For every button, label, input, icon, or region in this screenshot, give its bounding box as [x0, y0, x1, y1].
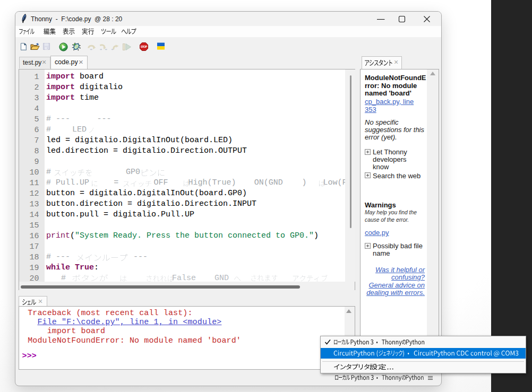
svg-text:STOP: STOP	[141, 45, 148, 48]
